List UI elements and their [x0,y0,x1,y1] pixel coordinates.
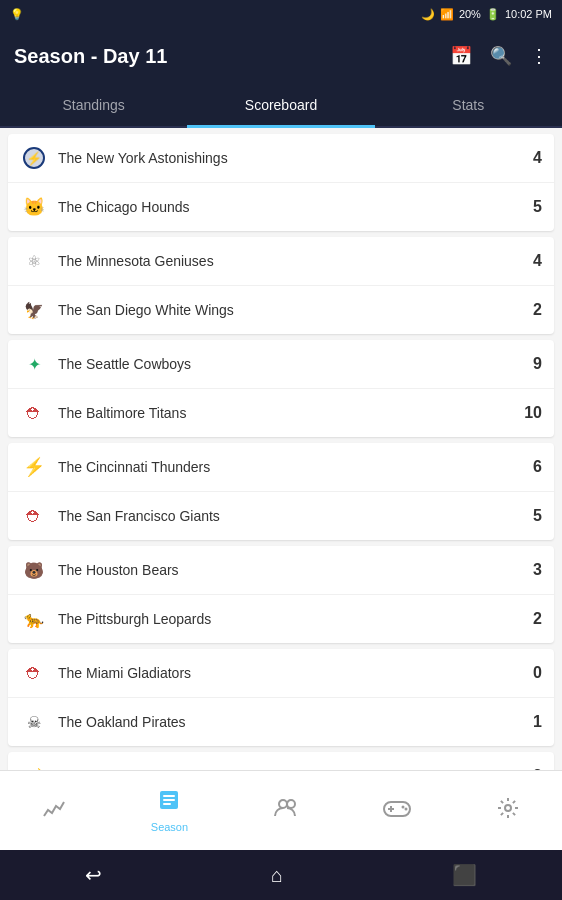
team-score: 5 [518,507,542,525]
settings-icon [496,796,520,826]
nav-item-season[interactable]: Season [151,788,188,833]
team-row[interactable]: 🐆The Pittsburgh Leopards2 [8,595,554,643]
gamepad-icon [383,798,411,824]
system-nav: ↩ ⌂ ⬛ [0,850,562,900]
team-icon: ⚛ [20,247,48,275]
match-card-6: 🌙The Milwaukee Dolphins2🐯The St Louis Ti… [8,752,554,770]
team-score: 0 [518,664,542,682]
svg-rect-17 [163,795,175,797]
team-name: The Chicago Hounds [58,199,518,215]
status-right: 🌙 📶 20% 🔋 10:02 PM [421,8,552,21]
team-row[interactable]: 🐻The Houston Bears3 [8,546,554,595]
team-row[interactable]: ⛑The San Francisco Giants5 [8,492,554,540]
header: Season - Day 11 📅 🔍 ⋮ [0,28,562,84]
moon-icon: 🌙 [421,8,435,21]
team-icon: ☠ [20,708,48,736]
bottom-nav: Season [0,770,562,850]
svg-text:☠: ☠ [27,714,41,731]
team-score: 10 [518,404,542,422]
nav-item-people[interactable] [273,796,299,826]
tab-standings[interactable]: Standings [0,84,187,126]
team-icon: 🐱 [20,193,48,221]
svg-text:🐱: 🐱 [23,196,46,218]
match-card-5: ⛑The Miami Gladiators0☠The Oakland Pirat… [8,649,554,746]
header-icons: 📅 🔍 ⋮ [450,45,548,67]
match-card-2: ✦The Seattle Cowboys9⛑The Baltimore Tita… [8,340,554,437]
calendar-icon[interactable]: 📅 [450,45,472,67]
tab-stats-label: Stats [452,97,484,113]
nav-item-gamepad[interactable] [383,798,411,824]
battery-text: 20% [459,8,481,20]
time: 10:02 PM [505,8,552,20]
nav-item-settings[interactable] [496,796,520,826]
team-icon: ✦ [20,350,48,378]
team-icon: ⚡ [20,144,48,172]
team-score: 5 [518,198,542,216]
team-row[interactable]: ⚡The New York Astonishings4 [8,134,554,183]
team-name: The San Francisco Giants [58,508,518,524]
match-card-1: ⚛The Minnesota Geniuses4🦅The San Diego W… [8,237,554,334]
home-button[interactable]: ⌂ [263,856,291,895]
team-score: 4 [518,252,542,270]
team-icon: 🐻 [20,556,48,584]
team-score: 2 [518,610,542,628]
team-row[interactable]: ⚛The Minnesota Geniuses4 [8,237,554,286]
team-name: The Minnesota Geniuses [58,253,518,269]
team-icon: 🐆 [20,605,48,633]
tab-standings-label: Standings [63,97,125,113]
search-icon[interactable]: 🔍 [490,45,512,67]
people-icon [273,796,299,826]
status-bar: 💡 🌙 📶 20% 🔋 10:02 PM [0,0,562,28]
team-row[interactable]: ⚡The Cincinnati Thunders6 [8,443,554,492]
svg-rect-19 [163,803,171,805]
recent-button[interactable]: ⬛ [444,855,485,895]
team-icon: ⚡ [20,453,48,481]
tab-scoreboard-label: Scoreboard [245,97,317,113]
team-row[interactable]: ⛑The Miami Gladiators0 [8,649,554,698]
team-score: 3 [518,561,542,579]
team-row[interactable]: ☠The Oakland Pirates1 [8,698,554,746]
match-card-3: ⚡The Cincinnati Thunders6⛑The San Franci… [8,443,554,540]
battery-icon: 🔋 [486,8,500,21]
notification-icon: 💡 [10,8,24,21]
team-row[interactable]: ⛑The Baltimore Titans10 [8,389,554,437]
svg-text:🐻: 🐻 [24,561,44,580]
svg-point-21 [287,800,295,808]
team-name: The Baltimore Titans [58,405,518,421]
nav-item-signal[interactable] [42,796,66,826]
team-row[interactable]: 🦅The San Diego White Wings2 [8,286,554,334]
team-row[interactable]: ✦The Seattle Cowboys9 [8,340,554,389]
back-button[interactable]: ↩ [77,855,110,895]
svg-rect-18 [163,799,175,801]
team-icon: 🌙 [20,762,48,770]
nav-season-label: Season [151,821,188,833]
team-name: The Miami Gladiators [58,665,518,681]
team-row[interactable]: 🐱The Chicago Hounds5 [8,183,554,231]
svg-point-27 [505,805,511,811]
team-icon: 🦅 [20,296,48,324]
svg-text:⚡: ⚡ [26,150,43,167]
svg-point-25 [402,805,405,808]
season-icon [157,788,181,818]
match-card-0: ⚡The New York Astonishings4🐱The Chicago … [8,134,554,231]
team-name: The San Diego White Wings [58,302,518,318]
scoreboard-content: ⚡The New York Astonishings4🐱The Chicago … [0,128,562,770]
team-name: The Oakland Pirates [58,714,518,730]
team-score: 6 [518,458,542,476]
svg-text:🐆: 🐆 [24,610,44,629]
svg-text:⛑: ⛑ [26,405,42,422]
team-score: 4 [518,149,542,167]
tab-bar: Standings Scoreboard Stats [0,84,562,128]
svg-text:⛑: ⛑ [26,665,42,682]
svg-point-20 [279,800,287,808]
team-row[interactable]: 🌙The Milwaukee Dolphins2 [8,752,554,770]
page-title: Season - Day 11 [14,45,167,68]
team-name: The Cincinnati Thunders [58,459,518,475]
svg-text:⛑: ⛑ [26,508,42,525]
tab-scoreboard[interactable]: Scoreboard [187,84,374,126]
more-options-icon[interactable]: ⋮ [530,45,548,67]
tab-stats[interactable]: Stats [375,84,562,126]
svg-point-26 [405,807,408,810]
team-icon: ⛑ [20,502,48,530]
team-name: The Seattle Cowboys [58,356,518,372]
